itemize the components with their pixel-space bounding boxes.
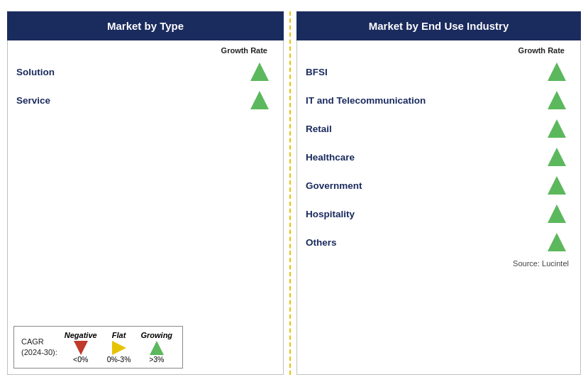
- right-label-hospitality: Hospitality: [306, 209, 355, 219]
- arrow-up-bfsi: [548, 62, 566, 81]
- right-panel: Market by End Use Industry Growth Rate B…: [296, 11, 581, 375]
- right-row-hospitality: Hospitality: [306, 200, 572, 228]
- arrow-up-retail: [548, 119, 566, 138]
- right-growth-rate-label: Growth Rate: [306, 46, 572, 55]
- arrow-yellow-icon: [112, 341, 126, 355]
- source-label: Source: Lucintel: [306, 259, 572, 268]
- right-label-government: Government: [306, 180, 362, 191]
- left-growth-rate-label: Growth Rate: [16, 46, 274, 55]
- legend: CAGR (2024-30): Negative <0% Flat 0%-3% …: [13, 326, 183, 369]
- legend-item-growing: Growing >3%: [140, 331, 172, 364]
- right-row-it: IT and Telecommunication: [306, 86, 572, 114]
- dashed-divider: [289, 11, 291, 375]
- right-label-others: Others: [306, 237, 337, 248]
- right-label-bfsi: BFSI: [306, 67, 328, 77]
- left-label-solution: Solution: [16, 67, 55, 77]
- arrow-up-others: [548, 233, 566, 251]
- arrow-up-healthcare: [548, 148, 566, 166]
- arrow-up-government: [548, 176, 566, 195]
- right-label-retail: Retail: [306, 124, 332, 134]
- left-row-solution: Solution: [16, 58, 274, 86]
- legend-item-flat: Flat 0%-3%: [107, 331, 131, 364]
- right-label-healthcare: Healthcare: [306, 152, 355, 163]
- left-row-service: Service: [16, 86, 274, 114]
- left-panel-title: Market by Type: [7, 11, 284, 40]
- right-panel-content: Growth Rate BFSI IT and Telecommunicatio…: [296, 40, 581, 375]
- arrow-up-solution: [250, 62, 269, 81]
- arrow-up-service: [250, 91, 269, 109]
- right-row-others: Others: [306, 228, 572, 256]
- right-row-retail: Retail: [306, 114, 572, 143]
- arrow-up-hospitality: [548, 204, 566, 223]
- arrow-green-icon: [150, 341, 164, 355]
- legend-cagr-text: CAGR (2024-30):: [21, 337, 57, 359]
- legend-item-negative: Negative <0%: [65, 331, 97, 364]
- left-panel: Market by Type Growth Rate Solution Serv…: [7, 11, 284, 375]
- right-row-government: Government: [306, 171, 572, 200]
- right-row-healthcare: Healthcare: [306, 143, 572, 171]
- right-row-bfsi: BFSI: [306, 58, 572, 86]
- left-panel-content: Growth Rate Solution Service CAGR (2024-…: [7, 40, 284, 375]
- right-label-it: IT and Telecommunication: [306, 95, 426, 106]
- left-label-service: Service: [16, 95, 50, 106]
- arrow-red-icon: [74, 341, 88, 355]
- arrow-up-it: [548, 91, 566, 109]
- right-panel-title: Market by End Use Industry: [296, 11, 581, 40]
